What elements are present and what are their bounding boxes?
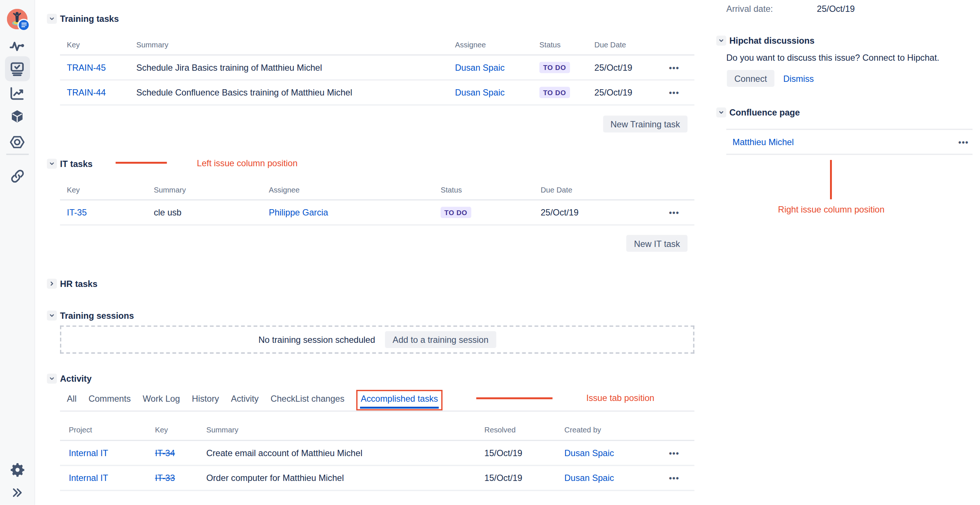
col-header-created-by: Created by <box>565 426 667 434</box>
table-row: TRAIN-44 Schedule Confluence Basics trai… <box>60 81 694 106</box>
tab-activity[interactable]: Activity <box>231 393 259 403</box>
col-header-assignee: Assignee <box>269 185 441 194</box>
col-header-summary: Summary <box>206 426 484 434</box>
col-header-project: Project <box>60 426 155 434</box>
arrival-date-value: 25/Oct/19 <box>817 4 855 14</box>
chevron-down-icon[interactable] <box>716 107 726 118</box>
row-actions-button[interactable]: ••• <box>667 473 694 483</box>
hex-nut-icon[interactable] <box>7 132 27 152</box>
activity-pulse-icon[interactable] <box>7 36 27 56</box>
empty-training-session-box: No training session scheduled Add to a t… <box>60 326 694 354</box>
activity-tab-bar: All Comments Work Log History Activity C… <box>60 393 442 403</box>
col-header-key: Key <box>60 40 136 49</box>
project-avatar[interactable] <box>7 9 28 30</box>
status-badge: TO DO <box>441 207 471 218</box>
chevron-right-icon[interactable] <box>47 279 57 289</box>
tab-checklist-changes[interactable]: CheckList changes <box>270 393 344 403</box>
col-header-summary: Summary <box>154 185 269 194</box>
tab-work-log[interactable]: Work Log <box>143 393 180 403</box>
col-header-status: Status <box>539 40 595 49</box>
table-header-row: Project Key Summary Resolved Created by <box>60 420 694 441</box>
issue-summary: cle usb <box>154 207 269 218</box>
issue-key-link[interactable]: IT-35 <box>67 207 87 218</box>
section-header-hipchat: Hipchat discussions <box>716 35 815 46</box>
apps-cube-icon[interactable] <box>7 106 27 126</box>
issue-key-link[interactable]: TRAIN-44 <box>67 87 106 97</box>
tab-accomplished-tasks-active[interactable]: Accomplished tasks <box>361 393 438 403</box>
table-header-row: Key Summary Assignee Status Due Date <box>60 180 694 201</box>
table-row: IT-35 cle usb Philippe Garcia TO DO 25/O… <box>60 201 694 226</box>
section-header-training-tasks: Training tasks <box>47 14 119 24</box>
annotation-text-right-column: Right issue column position <box>769 204 894 214</box>
resolved-date: 15/Oct/19 <box>484 448 565 458</box>
arrival-date-label: Arrival date: <box>726 4 773 14</box>
issue-summary: Schedule Jira Basics training of Matthie… <box>136 63 455 73</box>
chevron-down-icon[interactable] <box>47 373 57 384</box>
it-tasks-table: Key Summary Assignee Status Due Date IT-… <box>60 180 694 226</box>
due-date: 25/Oct/19 <box>595 87 667 97</box>
row-actions-button[interactable]: ••• <box>667 208 694 217</box>
created-by-link[interactable]: Dusan Spaic <box>565 448 614 458</box>
annotation-line-left-column <box>116 162 167 164</box>
nav-item-selected-tasks[interactable] <box>5 56 30 81</box>
project-link[interactable]: Internal IT <box>69 473 108 483</box>
assignee-link[interactable]: Dusan Spaic <box>455 87 505 97</box>
table-row: Internal IT IT-33 Order computer for Mat… <box>60 466 694 491</box>
row-actions-button[interactable]: ••• <box>959 137 969 146</box>
section-header-activity: Activity <box>47 373 92 384</box>
row-actions-button[interactable]: ••• <box>667 88 694 97</box>
chevron-down-icon[interactable] <box>716 35 726 46</box>
confluence-page-row: Matthieu Michel ••• <box>726 130 973 154</box>
col-header-resolved: Resolved <box>484 426 565 434</box>
col-header-summary: Summary <box>136 40 455 49</box>
link-icon[interactable] <box>7 166 27 186</box>
chevron-down-icon[interactable] <box>47 311 57 321</box>
chevron-down-icon[interactable] <box>47 159 57 169</box>
new-training-task-button[interactable]: New Training task <box>603 116 687 133</box>
tab-comments[interactable]: Comments <box>89 393 131 403</box>
dismiss-button[interactable]: Dismiss <box>782 70 815 87</box>
col-header-due-date: Due Date <box>595 40 667 49</box>
avatar-notes-badge-icon <box>18 19 30 32</box>
confluence-page-link[interactable]: Matthieu Michel <box>733 137 794 147</box>
section-title: Training sessions <box>60 311 134 321</box>
annotation-line-issue-tab <box>476 397 553 399</box>
tab-all[interactable]: All <box>67 393 77 403</box>
issue-key-link[interactable]: TRAIN-45 <box>67 63 106 73</box>
annotation-text-issue-tab: Issue tab position <box>586 393 654 403</box>
due-date: 25/Oct/19 <box>595 63 667 73</box>
hipchat-actions: Connect Dismiss <box>727 70 815 87</box>
assignee-link[interactable]: Dusan Spaic <box>455 63 505 73</box>
expand-sidebar-chevrons-icon[interactable] <box>7 483 27 502</box>
issue-key-link-resolved[interactable]: IT-34 <box>155 448 175 458</box>
tab-bar-divider <box>60 411 694 412</box>
new-it-task-button[interactable]: New IT task <box>626 235 687 252</box>
col-header-status: Status <box>441 185 541 194</box>
chevron-down-icon[interactable] <box>47 14 57 24</box>
row-actions-button[interactable]: ••• <box>667 63 694 72</box>
jira-issue-page: Training tasks Key Summary Assignee Stat… <box>0 0 980 505</box>
resolved-date: 15/Oct/19 <box>484 473 565 483</box>
col-header-due-date: Due Date <box>541 185 667 194</box>
table-row: Internal IT IT-34 Create email account o… <box>60 441 694 466</box>
annotation-line-right-column <box>830 160 832 199</box>
due-date: 25/Oct/19 <box>541 207 667 218</box>
issue-summary: Create email account of Matthieu Michel <box>206 448 484 458</box>
table-header-row: Key Summary Assignee Status Due Date <box>60 35 694 56</box>
hipchat-description: Do you want to discuss this issue? Conne… <box>726 52 939 63</box>
section-header-training-sessions: Training sessions <box>47 311 134 321</box>
section-title: HR tasks <box>60 279 97 289</box>
section-title: Activity <box>60 373 91 384</box>
settings-gear-icon[interactable] <box>7 460 27 480</box>
tab-history[interactable]: History <box>192 393 219 403</box>
issue-key-link-resolved[interactable]: IT-33 <box>155 473 175 483</box>
row-actions-button[interactable]: ••• <box>667 448 694 457</box>
project-link[interactable]: Internal IT <box>69 448 108 458</box>
status-badge: TO DO <box>539 87 570 98</box>
add-training-session-button[interactable]: Add to a training session <box>385 331 496 348</box>
chart-trend-icon[interactable] <box>7 83 27 103</box>
created-by-link[interactable]: Dusan Spaic <box>565 473 614 483</box>
section-title: IT tasks <box>60 159 92 169</box>
connect-button[interactable]: Connect <box>727 70 775 87</box>
assignee-link[interactable]: Philippe Garcia <box>269 207 328 218</box>
